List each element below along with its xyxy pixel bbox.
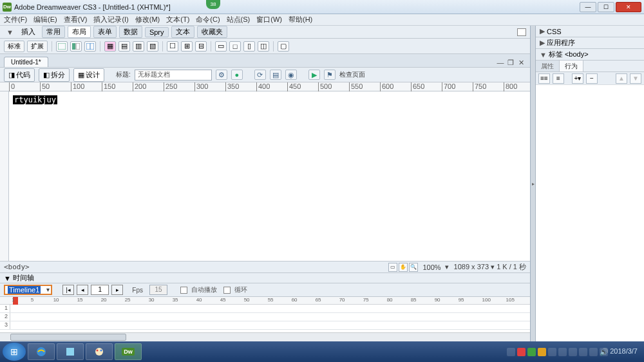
- start-button[interactable]: ⊞: [3, 343, 26, 361]
- doc-icon-globe[interactable]: ●: [231, 70, 243, 80]
- doc-icon-preview[interactable]: ▶: [308, 70, 320, 80]
- layout-icon-11[interactable]: ▭: [215, 41, 227, 52]
- view-split-button[interactable]: ◧拆分: [39, 68, 70, 82]
- timeline-first-button[interactable]: |◂: [62, 285, 74, 295]
- timeline-scrollbar[interactable]: [0, 332, 530, 341]
- doc-restore[interactable]: ❐: [506, 58, 515, 67]
- view-design-button[interactable]: ▦设计: [73, 68, 104, 82]
- behavior-btn-1[interactable]: ≡≡: [538, 73, 550, 84]
- layout-icon-7[interactable]: ▧: [147, 41, 158, 52]
- doc-minimize[interactable]: —: [496, 58, 505, 67]
- layout-icon-2[interactable]: [70, 41, 82, 52]
- behavior-up-button[interactable]: ▲: [616, 73, 627, 84]
- layout-icon-1[interactable]: [56, 41, 68, 52]
- behavior-add-button[interactable]: +▾: [572, 73, 583, 84]
- menu-site[interactable]: 站点(S): [227, 15, 251, 24]
- taskbar-paint[interactable]: [86, 343, 113, 360]
- timeline-row[interactable]: 2: [0, 313, 530, 321]
- menu-help[interactable]: 帮助(H): [289, 15, 312, 24]
- insert-tab-text[interactable]: 文本: [171, 26, 194, 38]
- document-tab[interactable]: Untitled-1*: [4, 57, 48, 67]
- layout-icon-10[interactable]: ⊟: [195, 41, 207, 52]
- menu-view[interactable]: 查看(V): [64, 15, 88, 24]
- behavior-down-button[interactable]: ▼: [630, 73, 641, 84]
- taskbar-dreamweaver[interactable]: Dw: [115, 343, 142, 360]
- loop-checkbox[interactable]: [223, 287, 231, 294]
- behavior-btn-2[interactable]: ≡: [553, 73, 564, 84]
- layout-icon-15[interactable]: ▢: [278, 41, 289, 52]
- tray-icon[interactable]: [538, 348, 546, 356]
- timeline-next-button[interactable]: ▸: [111, 285, 123, 295]
- tab-attributes[interactable]: 属性: [536, 61, 560, 71]
- layout-expand-button[interactable]: 扩展: [27, 41, 48, 52]
- tag-selector[interactable]: <body>: [4, 263, 30, 271]
- layout-icon-8[interactable]: ☐: [167, 41, 178, 52]
- layout-standard-button[interactable]: 标准: [4, 41, 24, 52]
- layout-icon-3[interactable]: [84, 41, 96, 52]
- status-select-icon[interactable]: ▭: [388, 263, 397, 272]
- timeline-header[interactable]: ▼ 时间轴: [0, 273, 530, 283]
- layout-icon-4[interactable]: ▦: [104, 41, 116, 52]
- menu-window[interactable]: 窗口(W): [256, 15, 282, 24]
- check-page-label[interactable]: 检查页面: [339, 70, 365, 79]
- doc-icon-check[interactable]: ⚙: [216, 70, 227, 80]
- insert-tab-common[interactable]: 常用: [42, 26, 65, 38]
- tray-icon[interactable]: [569, 348, 577, 356]
- document-view[interactable]: rtyuikjuy: [9, 91, 530, 261]
- timeline-prev-button[interactable]: ◂: [77, 285, 88, 295]
- insert-tab-layout[interactable]: 布局: [68, 26, 91, 38]
- insert-toggle[interactable]: ▼: [4, 28, 16, 36]
- autoplay-checkbox[interactable]: [180, 287, 187, 294]
- doc-icon-opts[interactable]: ◉: [285, 70, 297, 80]
- insert-tab-data[interactable]: 数据: [119, 26, 142, 38]
- tray-icon[interactable]: [517, 348, 526, 356]
- menu-commands[interactable]: 命令(C): [196, 15, 220, 24]
- tray-icon[interactable]: [579, 348, 587, 356]
- title-input[interactable]: 无标题文档: [135, 70, 212, 81]
- panel-application[interactable]: ▶应用程序: [536, 37, 644, 49]
- timeline-row[interactable]: 1: [0, 305, 530, 313]
- tray-icon[interactable]: [589, 348, 598, 356]
- close-button[interactable]: ✕: [616, 2, 641, 12]
- menu-insert[interactable]: 插入记录(I): [93, 15, 128, 24]
- timeline-row[interactable]: 3: [0, 321, 530, 330]
- tray-icon[interactable]: [507, 348, 515, 356]
- tab-behaviors[interactable]: 行为: [560, 61, 583, 71]
- minimize-button[interactable]: —: [580, 2, 596, 12]
- selected-text[interactable]: rtyuikjuy: [13, 95, 57, 104]
- doc-icon-debug[interactable]: ⚑: [324, 70, 336, 80]
- doc-icon-refresh[interactable]: ⟳: [254, 70, 266, 80]
- taskbar-notes[interactable]: [57, 343, 84, 360]
- status-hand-icon[interactable]: ✋: [399, 263, 408, 272]
- timeline-collapse-icon[interactable]: ▼: [4, 274, 11, 282]
- timeline-frame-input[interactable]: 1: [91, 285, 109, 295]
- view-code-button[interactable]: ◨代码: [4, 68, 35, 82]
- tray-icon[interactable]: [558, 348, 567, 356]
- menu-file[interactable]: 文件(F): [4, 15, 27, 24]
- tray-volume-icon[interactable]: 🔊: [600, 348, 608, 356]
- doc-icon-list[interactable]: ▤: [270, 70, 281, 80]
- maximize-button[interactable]: ☐: [598, 2, 614, 12]
- layout-icon-5[interactable]: ▤: [118, 41, 130, 52]
- menu-modify[interactable]: 修改(M): [135, 15, 160, 24]
- panel-tag[interactable]: ▼标签 <body>: [536, 49, 644, 61]
- menu-edit[interactable]: 编辑(E): [33, 15, 57, 24]
- insert-tab-forms[interactable]: 表单: [93, 26, 117, 38]
- behavior-remove-button[interactable]: −: [586, 73, 598, 84]
- taskbar-clock[interactable]: 2018/3/7: [610, 347, 638, 356]
- doc-close[interactable]: ✕: [516, 58, 526, 67]
- insert-tab-fav[interactable]: 收藏夹: [197, 26, 227, 38]
- panel-css[interactable]: ▶CSS: [536, 26, 644, 37]
- layout-icon-9[interactable]: ⊞: [181, 41, 193, 52]
- status-zoom-icon[interactable]: 🔍: [409, 263, 418, 272]
- menu-text[interactable]: 文本(T): [166, 15, 189, 24]
- layout-icon-14[interactable]: ◫: [258, 41, 269, 52]
- insert-tab-spry[interactable]: Spry: [145, 27, 169, 37]
- panel-collapse-button[interactable]: ▸: [531, 26, 536, 341]
- layout-icon-6[interactable]: ▥: [133, 41, 144, 52]
- fps-input[interactable]: 15: [149, 285, 167, 295]
- tray-icon[interactable]: [527, 348, 536, 356]
- tray-icon[interactable]: [548, 348, 556, 356]
- zoom-level[interactable]: 100%: [422, 263, 440, 271]
- layout-icon-13[interactable]: ▯: [243, 41, 255, 52]
